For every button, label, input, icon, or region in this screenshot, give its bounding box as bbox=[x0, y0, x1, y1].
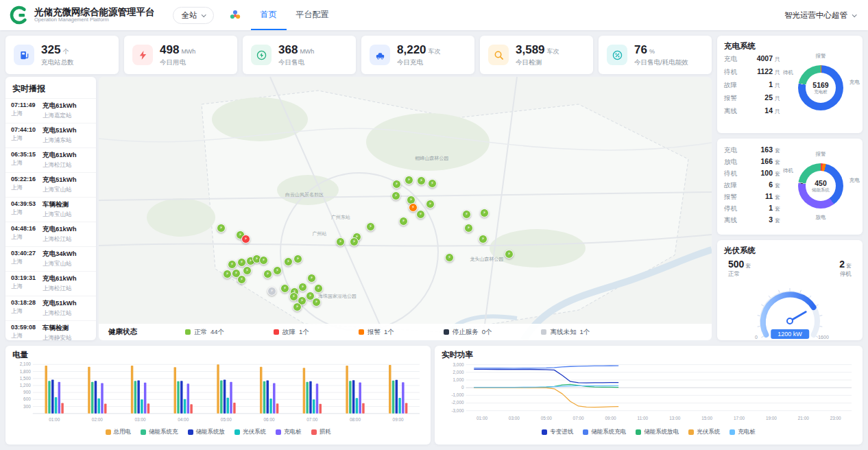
map-marker-normal[interactable]: ⚡ bbox=[307, 274, 316, 283]
map-marker-normal[interactable]: ⚡ bbox=[237, 258, 246, 267]
kpi-card: 368MWh今日售电 bbox=[243, 36, 356, 74]
map-place-label: 白云山风景名胜区 bbox=[285, 191, 324, 198]
map-marker-normal[interactable]: ⚡ bbox=[217, 224, 226, 233]
storage-system-rows: 充电163套放电166套待机100套故障6套报警11套停机1套离线3套 bbox=[724, 145, 786, 227]
station-select[interactable]: 全站 bbox=[173, 7, 214, 24]
chart-legend-item[interactable]: 充电桩 bbox=[276, 428, 302, 436]
broadcast-item[interactable]: 05:22:16上海充电51kWh上海宝山站 bbox=[5, 172, 96, 197]
broadcast-item[interactable]: 07:44:10上海充电51kWh上海浦东站 bbox=[5, 123, 96, 147]
map-marker-normal[interactable]: ⚡ bbox=[391, 191, 400, 200]
svg-text:21:00: 21:00 bbox=[798, 416, 809, 421]
map-marker-normal[interactable]: ⚡ bbox=[284, 257, 293, 266]
stat-unit: 套 bbox=[775, 193, 786, 201]
svg-text:900: 900 bbox=[23, 390, 31, 394]
map-marker-normal[interactable]: ⚡ bbox=[314, 284, 323, 293]
tab-home[interactable]: 首页 bbox=[251, 0, 287, 30]
svg-text:1,000: 1,000 bbox=[453, 377, 464, 382]
svg-text:3,000: 3,000 bbox=[453, 362, 464, 367]
map-marker-normal[interactable]: ⚡ bbox=[273, 266, 282, 275]
map-marker-normal[interactable]: ⚡ bbox=[479, 235, 487, 244]
broadcast-time: 03:40:27 bbox=[11, 250, 38, 257]
chart-legend-item[interactable]: 储能系统充电 bbox=[583, 428, 626, 436]
broadcast-item-time-col: 05:22:16上海 bbox=[11, 176, 38, 194]
map-marker-normal[interactable]: ⚡ bbox=[426, 200, 435, 209]
chart-legend-swatch bbox=[688, 429, 694, 435]
broadcast-station: 上海宝山站 bbox=[43, 186, 77, 194]
chart-legend-swatch bbox=[311, 429, 317, 435]
map-marker-normal[interactable]: ⚡ bbox=[392, 180, 401, 189]
station-map[interactable]: 帽峰山森林公园白云山风景名胜区广州东站广州站龙头山森林公园海珠国家湿地公园 ⚡⚡… bbox=[99, 77, 712, 340]
stat-row: 故障6套 bbox=[724, 180, 786, 192]
map-marker-normal[interactable]: ⚡ bbox=[350, 237, 359, 246]
svg-text:09:00: 09:00 bbox=[393, 417, 405, 422]
map-marker-normal[interactable]: ⚡ bbox=[417, 176, 426, 185]
map-marker-normal[interactable]: ⚡ bbox=[263, 270, 272, 279]
broadcast-item[interactable]: 06:35:15上海充电61kWh上海松江站 bbox=[5, 147, 96, 172]
chart-legend-item[interactable]: 充电桩 bbox=[730, 428, 756, 436]
chart-legend-label: 储能系统充电 bbox=[591, 428, 626, 436]
map-marker-normal[interactable]: ⚡ bbox=[480, 209, 489, 217]
map-marker-normal[interactable]: ⚡ bbox=[237, 275, 246, 284]
map-marker-normal[interactable]: ⚡ bbox=[428, 179, 437, 188]
broadcast-list: 07:11:49上海充电61kWh上海嘉定站07:44:10上海充电51kWh上… bbox=[5, 98, 96, 340]
map-marker-normal[interactable]: ⚡ bbox=[228, 260, 237, 269]
map-marker-normal[interactable]: ⚡ bbox=[259, 256, 268, 265]
broadcast-item[interactable]: 04:48:16上海充电61kWh上海松江站 bbox=[5, 222, 96, 246]
map-marker-normal[interactable]: ⚡ bbox=[298, 283, 307, 292]
stat-label: 放电 bbox=[724, 158, 747, 167]
chart-legend-swatch bbox=[141, 429, 146, 435]
map-marker-normal[interactable]: ⚡ bbox=[416, 210, 425, 219]
map-marker-alarm[interactable]: ⚡ bbox=[409, 203, 418, 212]
map-marker-normal[interactable]: ⚡ bbox=[293, 303, 302, 311]
broadcast-item[interactable]: 07:11:49上海充电61kWh上海嘉定站 bbox=[5, 98, 96, 123]
map-marker-normal[interactable]: ⚡ bbox=[464, 224, 473, 233]
broadcast-city: 上海 bbox=[11, 159, 38, 167]
donut-callout-right: 充电 bbox=[849, 79, 860, 86]
map-marker-offline[interactable]: ⚡ bbox=[267, 287, 276, 296]
kpi-value-row: 8,220车次 bbox=[397, 43, 441, 57]
map-marker-normal[interactable]: ⚡ bbox=[366, 222, 375, 231]
chart-legend-item[interactable]: 光伏系统 bbox=[234, 428, 266, 436]
map-marker-normal[interactable]: ⚡ bbox=[312, 298, 321, 307]
stat-label: 待机 bbox=[724, 169, 747, 178]
map-marker-normal[interactable]: ⚡ bbox=[462, 210, 471, 219]
health-status-bar: 健康状态 正常44个故障1个报警1个停止服务0个离线未知1个 bbox=[99, 324, 712, 340]
tab-platform-config[interactable]: 平台配置 bbox=[287, 0, 339, 30]
chart-legend-item[interactable]: 专变进线 bbox=[542, 428, 573, 436]
broadcast-item[interactable]: 03:18:28上海充电51kWh上海松江站 bbox=[5, 296, 96, 320]
chart-legend-item[interactable]: 光伏系统 bbox=[688, 428, 720, 436]
broadcast-item-time-col: 03:59:08上海 bbox=[11, 324, 38, 340]
health-legend-item[interactable]: 停止服务0个 bbox=[444, 328, 492, 337]
chart-legend-item[interactable]: 储能系统放 bbox=[188, 428, 226, 436]
map-marker-normal[interactable]: ⚡ bbox=[223, 270, 232, 279]
map-marker-fault[interactable]: ⚡ bbox=[241, 235, 250, 244]
kpi-unit: MWh bbox=[300, 48, 314, 55]
chart-legend-item[interactable]: 储能系统放电 bbox=[636, 428, 679, 436]
chart-legend-item[interactable]: 损耗 bbox=[311, 428, 331, 436]
map-marker-normal[interactable]: ⚡ bbox=[445, 253, 454, 262]
chevron-down-icon bbox=[201, 12, 206, 17]
map-marker-normal[interactable]: ⚡ bbox=[293, 254, 302, 263]
kpi-value: 498 bbox=[160, 43, 179, 57]
map-marker-normal[interactable]: ⚡ bbox=[336, 237, 345, 246]
broadcast-item[interactable]: 03:19:31上海充电61kWh上海松江站 bbox=[5, 271, 96, 296]
donut-callout-bottom: 放电 bbox=[816, 214, 826, 221]
map-marker-normal[interactable]: ⚡ bbox=[243, 266, 252, 275]
chart-legend-item[interactable]: 储能系统充 bbox=[141, 428, 178, 436]
map-marker-normal[interactable]: ⚡ bbox=[505, 250, 514, 259]
chart-legend-item[interactable]: 总用电 bbox=[106, 428, 132, 436]
app-subtitle: Operation Management Platform bbox=[34, 17, 155, 23]
broadcast-item[interactable]: 03:40:27上海充电34kWh上海宝山站 bbox=[5, 246, 96, 271]
health-legend-item[interactable]: 报警1个 bbox=[359, 328, 394, 337]
map-marker-normal[interactable]: ⚡ bbox=[405, 176, 413, 185]
health-legend-item[interactable]: 故障1个 bbox=[274, 328, 309, 337]
health-legend-item[interactable]: 离线未知1个 bbox=[541, 328, 590, 337]
stat-unit: 只 bbox=[775, 95, 786, 102]
map-marker-normal[interactable]: ⚡ bbox=[399, 217, 408, 226]
broadcast-item[interactable]: 04:39:53上海车辆检测上海宝山站 bbox=[5, 197, 96, 222]
user-menu[interactable]: 智光运营中心超管 bbox=[784, 10, 856, 21]
map-marker-normal[interactable]: ⚡ bbox=[280, 284, 289, 293]
health-legend-item[interactable]: 正常44个 bbox=[185, 328, 224, 337]
stat-value: 25 bbox=[764, 93, 773, 102]
broadcast-item[interactable]: 03:59:08上海车辆检测上海静安站 bbox=[5, 320, 96, 340]
